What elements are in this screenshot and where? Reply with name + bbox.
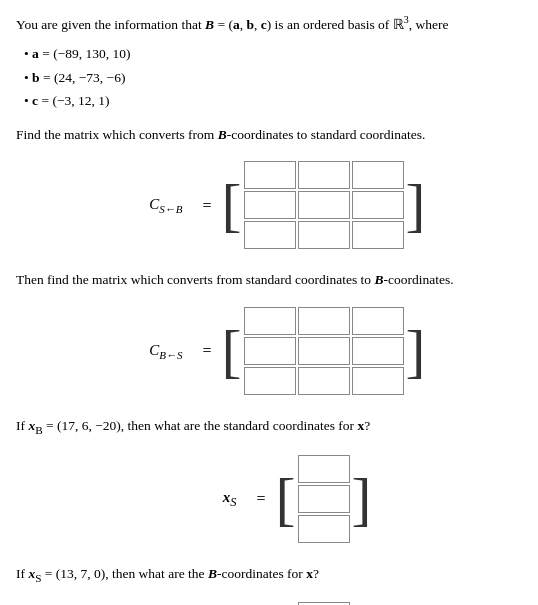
cell-3-1[interactable] [244,221,296,249]
section2-instruction: Then find the matrix which converts from… [16,269,522,291]
left-bracket-3: [ [276,451,296,547]
section1-instruction: Find the matrix which converts from B-co… [16,124,522,146]
matrix1-row: CS←B = [ ] [16,157,522,253]
m2-cell-3-3[interactable] [352,367,404,395]
cell-2-1[interactable] [244,191,296,219]
matrix1-equals: = [203,193,212,219]
right-bracket-3: ] [352,451,372,547]
cell-3-3[interactable] [352,221,404,249]
m2-cell-1-3[interactable] [352,307,404,335]
cell-1-2[interactable] [298,161,350,189]
intro-paragraph: You are given the information that B = (… [16,12,522,35]
matrix2-grid [242,303,406,399]
m2-cell-3-2[interactable] [298,367,350,395]
matrix2-row: CB←S = [ ] [16,303,522,399]
m2-cell-3-1[interactable] [244,367,296,395]
matrix1-container: [ ] [222,157,426,253]
m2-cell-2-3[interactable] [352,337,404,365]
matrix4-container: [ ] [276,598,372,605]
matrix3-equals: = [257,486,266,512]
cell-1-1[interactable] [244,161,296,189]
matrix3-row: xS = [ ] [16,451,522,547]
left-bracket-2: [ [222,303,242,399]
matrix2-equals: = [203,338,212,364]
cell-3-2[interactable] [298,221,350,249]
section4-instruction: If xS = (13, 7, 0), then what are the B-… [16,563,522,587]
vector-b: b = (24, −73, −6) [24,67,522,89]
left-bracket-4: [ [276,598,296,605]
m3-cell-3[interactable] [298,515,350,543]
matrix3-label: xS [167,485,237,512]
matrix4-row: xB = [ ] [16,598,522,605]
m2-cell-1-1[interactable] [244,307,296,335]
right-bracket-4: ] [352,598,372,605]
matrix2-container: [ ] [222,303,426,399]
matrix1-label: CS←B [113,192,183,219]
m2-cell-2-2[interactable] [298,337,350,365]
section3-instruction: If xB = (17, 6, −20), then what are the … [16,415,522,439]
right-bracket-1: ] [406,157,426,253]
right-bracket-2: ] [406,303,426,399]
m3-cell-2[interactable] [298,485,350,513]
m2-cell-2-1[interactable] [244,337,296,365]
matrix1-grid [242,157,406,253]
cell-2-3[interactable] [352,191,404,219]
vector-c: c = (−3, 12, 1) [24,90,522,112]
matrix2-label: CB←S [113,338,183,365]
matrix3-container: [ ] [276,451,372,547]
matrix3-grid [296,451,352,547]
cell-2-2[interactable] [298,191,350,219]
m2-cell-1-2[interactable] [298,307,350,335]
left-bracket-1: [ [222,157,242,253]
m3-cell-1[interactable] [298,455,350,483]
basis-vectors-list: a = (−89, 130, 10) b = (24, −73, −6) c =… [24,43,522,112]
matrix4-grid [296,598,352,605]
vector-a: a = (−89, 130, 10) [24,43,522,65]
cell-1-3[interactable] [352,161,404,189]
